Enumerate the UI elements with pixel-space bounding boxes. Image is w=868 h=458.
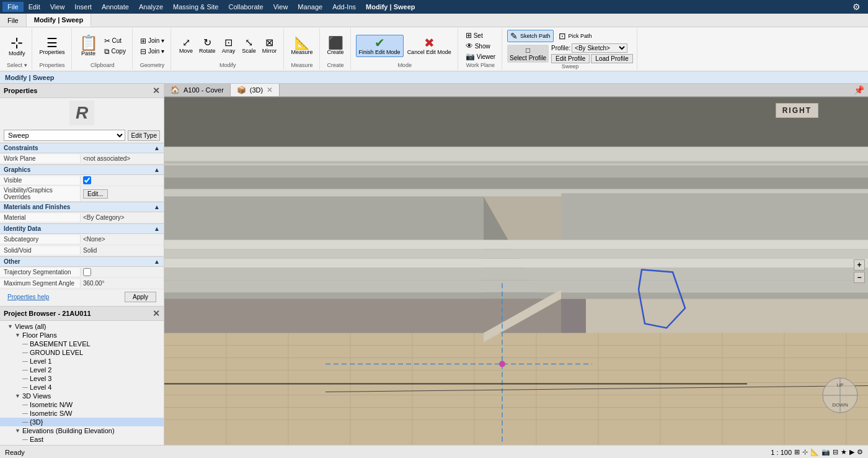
constraints-arrow: ▲ — [154, 145, 160, 151]
edit-profile-button[interactable]: Edit Profile — [551, 54, 590, 63]
type-select[interactable]: Sweep — [4, 130, 125, 141]
sketch-path-button[interactable]: ✎ Sketch Path — [507, 30, 554, 42]
tree-elevations[interactable]: ▼ Elevations (Building Elevation) — [0, 426, 164, 435]
menu-annotate[interactable]: Annotate — [97, 2, 134, 12]
zoom-in-button[interactable]: + — [854, 259, 865, 271]
unjoin-icon: ⊟ — [140, 47, 146, 56]
status-icon-arrow[interactable]: ▶ — [849, 448, 854, 456]
select-profile-button[interactable]: □ Select Profile — [507, 45, 549, 63]
group-geometry-buttons: ⊞ Join ▾ ⊟ Join ▾ — [138, 30, 167, 62]
tree-level1[interactable]: — Level 1 — [0, 357, 164, 366]
project-browser-close[interactable]: ✕ — [153, 308, 160, 318]
tree-basement[interactable]: — BASEMENT LEVEL — [0, 339, 164, 348]
measure-label: Measure — [291, 49, 313, 55]
profile-select[interactable]: <By Sketch> — [572, 43, 627, 53]
status-icon-grid[interactable]: ⊞ — [794, 448, 800, 456]
section-graphics[interactable]: Graphics ▲ — [0, 164, 164, 175]
show-icon: 👁 — [466, 42, 473, 50]
status-icon-camera[interactable]: 📷 — [822, 448, 830, 456]
menu-view2[interactable]: View — [268, 2, 293, 12]
menu-manage[interactable]: Manage — [293, 2, 327, 12]
tree-level4[interactable]: — Level 4 — [0, 383, 164, 392]
menu-analyze[interactable]: Analyze — [134, 2, 168, 12]
section-constraints[interactable]: Constraints ▲ — [0, 143, 164, 153]
array-button[interactable]: ⊡ Array — [219, 37, 239, 55]
set-button[interactable]: ⊞ Set — [463, 30, 498, 40]
tree-3d-current[interactable]: — {3D} — [0, 418, 164, 426]
tree-isometric-nw[interactable]: — Isometric N/W — [0, 400, 164, 409]
viewport-pin[interactable]: 📌 — [850, 84, 868, 96]
ground-label: GROUND LEVEL — [30, 349, 83, 356]
rotate-button[interactable]: ↻ Rotate — [197, 37, 218, 55]
unjoin-button[interactable]: ⊟ Join ▾ — [138, 47, 167, 56]
paste-icon: 📋 — [79, 35, 98, 50]
edit-type-button[interactable]: Edit Type — [128, 130, 160, 141]
tree-views-all[interactable]: ▼ Views (all) — [0, 322, 164, 331]
tree-ground[interactable]: — GROUND LEVEL — [0, 348, 164, 357]
edit-overrides-button[interactable]: Edit... — [83, 189, 108, 199]
viewer-button[interactable]: 📷 Viewer — [463, 52, 498, 61]
cut-button[interactable]: ✂ Cut — [102, 36, 128, 46]
status-icon-settings[interactable]: ⚙ — [857, 448, 863, 456]
tab-modify-sweep[interactable]: Modify | Sweep — [27, 14, 91, 27]
status-icon-snap[interactable]: ⊹ — [802, 448, 808, 456]
load-profile-button[interactable]: Load Profile — [591, 54, 632, 63]
tree-3dviews[interactable]: ▼ 3D Views — [0, 392, 164, 400]
properties-button[interactable]: ☰ Properties — [37, 35, 68, 56]
menu-modify-sweep[interactable]: Modify | Sweep — [361, 2, 420, 12]
status-icon-filter[interactable]: ⊟ — [833, 448, 838, 456]
tab-a100[interactable]: 🏠 A100 - Cover — [164, 84, 231, 96]
tree-floor-plans[interactable]: ▼ Floor Plans — [0, 331, 164, 339]
modify-button[interactable]: ⊹ Modify — [6, 34, 28, 58]
tab-file[interactable]: File — [0, 14, 27, 27]
copy-button[interactable]: ⧉ Copy — [102, 47, 128, 56]
show-button[interactable]: 👁 Show — [463, 41, 498, 51]
visible-value[interactable] — [81, 176, 164, 185]
pick-path-button[interactable]: ⊡ Pick Path — [556, 30, 595, 42]
properties-icon: ☰ — [46, 37, 58, 49]
tree-level3[interactable]: — Level 3 — [0, 374, 164, 383]
quick-access[interactable]: ⚙ — [848, 1, 866, 13]
visible-checkbox[interactable] — [83, 176, 91, 184]
cancel-button[interactable]: ✖ Cancel Edit Mode — [405, 35, 454, 56]
join-button[interactable]: ⊞ Join ▾ — [138, 36, 167, 46]
section-identity[interactable]: Identity Data ▲ — [0, 223, 164, 234]
menu-view[interactable]: View — [45, 2, 70, 12]
tree-level2[interactable]: — Level 2 — [0, 366, 164, 374]
apply-button[interactable]: Apply — [125, 292, 156, 302]
menu-massing[interactable]: Massing & Site — [168, 2, 223, 12]
context-bar: Modify | Sweep — [0, 71, 868, 84]
properties-close-button[interactable]: ✕ — [153, 86, 160, 96]
properties-help-link[interactable]: Properties help — [4, 291, 53, 303]
svg-marker-36 — [164, 268, 868, 281]
tree-east[interactable]: — East — [0, 435, 164, 444]
tab-3d[interactable]: 📦 (3D) ✕ — [231, 84, 280, 96]
finish-button[interactable]: ✔ Finish Edit Mode — [356, 35, 404, 57]
status-icon-highlight[interactable]: ★ — [841, 448, 847, 456]
3d-tab-close[interactable]: ✕ — [267, 86, 273, 94]
project-browser-title: Project Browser - 21AU011 — [4, 310, 91, 317]
menu-edit[interactable]: Edit — [24, 2, 45, 12]
trajectory-value[interactable] — [81, 267, 164, 277]
trajectory-checkbox[interactable] — [83, 268, 91, 276]
menu-collaborate[interactable]: Collaborate — [223, 2, 268, 12]
status-icon-measure[interactable]: 📐 — [810, 448, 819, 456]
section-other[interactable]: Other ▲ — [0, 256, 164, 267]
move-button[interactable]: ⤢ Move — [176, 37, 196, 55]
graphics-arrow: ▲ — [154, 166, 160, 173]
profile-controls: Profile: <By Sketch> Edit Profile Load P… — [551, 43, 633, 63]
zoom-out-button[interactable]: − — [854, 272, 865, 283]
mirror-button[interactable]: ⊠ Mirror — [260, 37, 280, 55]
tree-north[interactable]: — North — [0, 444, 164, 445]
section-materials[interactable]: Materials and Finishes ▲ — [0, 202, 164, 212]
tree-isometric-sw[interactable]: — Isometric S/W — [0, 409, 164, 418]
measure-button[interactable]: 📐 Measure — [289, 35, 316, 56]
scale-button[interactable]: ⤡ Scale — [239, 37, 259, 55]
paste-button[interactable]: 📋 Paste — [77, 34, 100, 58]
menu-file[interactable]: File — [2, 2, 24, 12]
menu-addins[interactable]: Add-Ins — [327, 2, 361, 12]
viewport-canvas[interactable]: RIGHT UP DOWN + − — [164, 97, 868, 445]
create-button[interactable]: ⬛ Create — [325, 35, 347, 56]
nav-wheel[interactable]: UP DOWN — [822, 377, 859, 414]
menu-insert[interactable]: Insert — [69, 2, 97, 12]
